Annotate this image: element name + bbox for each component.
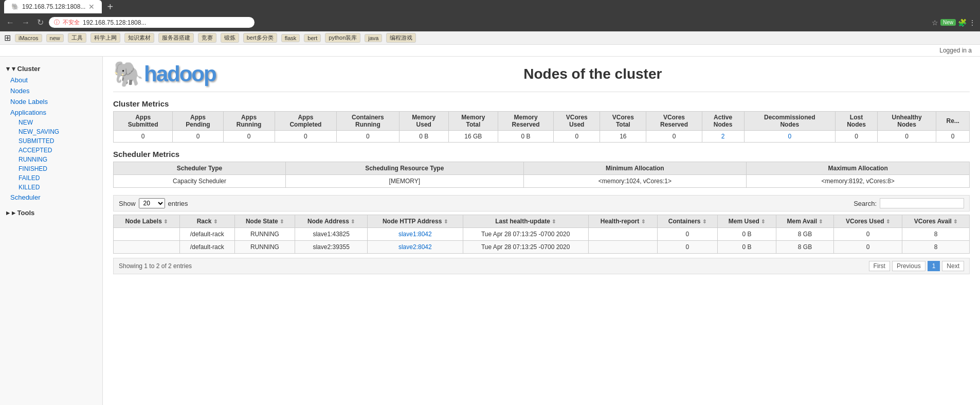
show-entries-select[interactable]: 20 50 100 <box>139 198 165 208</box>
cell-vcores-avail: 8 <box>902 228 969 241</box>
cell-rack: /default-rack <box>179 228 234 241</box>
sidebar-item-applications[interactable]: Applications <box>0 107 102 118</box>
hadoop-elephant-icon: 🐘 <box>113 62 144 86</box>
col-mem-avail[interactable]: Mem Avail ⇕ <box>776 215 834 228</box>
sidebar-item-new[interactable]: NEW <box>14 118 102 127</box>
top-bar: Logged in a <box>0 45 980 57</box>
logged-in-text: Logged in a <box>939 47 972 54</box>
sidebar-item-node-labels[interactable]: Node Labels <box>0 96 102 107</box>
sidebar-item-nodes[interactable]: Nodes <box>0 85 102 96</box>
sidebar-cluster-section: ▾ ▾ Cluster About Nodes Node Labels Appl… <box>0 63 102 203</box>
val-memory-used: 0 B <box>399 131 448 143</box>
bookmark-new[interactable]: new <box>46 34 64 42</box>
bookmark-imacros[interactable]: iMacros <box>15 34 42 42</box>
col-min-allocation: Minimum Allocation <box>523 162 747 175</box>
sidebar-item-about[interactable]: About <box>0 75 102 85</box>
sidebar-tools-header[interactable]: ▸ ▸ Tools <box>0 207 102 219</box>
bookmark-python[interactable]: python装库 <box>325 33 360 43</box>
col-last-health-update[interactable]: Last health-update ⇕ <box>463 215 588 228</box>
sidebar-item-accepted[interactable]: ACCEPTED <box>14 146 102 155</box>
col-rack[interactable]: Rack ⇕ <box>179 215 234 228</box>
pagination: First Previous 1 Next <box>869 261 964 271</box>
menu-icon[interactable]: ⋮ <box>969 19 976 27</box>
bookmark-java[interactable]: java <box>365 34 382 42</box>
cell-state: RUNNING <box>234 241 295 254</box>
bookmark-bert-classify[interactable]: bert多分类 <box>243 33 277 43</box>
apps-grid-icon[interactable]: ⊞ <box>4 33 11 43</box>
bookmark-tools[interactable]: 工具 <box>68 33 86 43</box>
cell-mem-avail: 8 GB <box>776 241 834 254</box>
bookmark-keji[interactable]: 科学上网 <box>90 33 120 43</box>
col-node-address[interactable]: Node Address ⇕ <box>295 215 368 228</box>
cell-address: slave2:39355 <box>295 241 368 254</box>
col-memory-used: MemoryUsed <box>399 112 448 131</box>
bookmark-games[interactable]: 编程游戏 <box>386 33 416 43</box>
hadoop-logo-text: hadoop <box>144 62 216 86</box>
sidebar-item-submitted[interactable]: SUBMITTED <box>14 136 102 146</box>
sidebar-item-running[interactable]: RUNNING <box>14 155 102 164</box>
new-tab-button[interactable]: + <box>103 1 117 13</box>
cell-containers: 0 <box>657 228 717 241</box>
col-containers[interactable]: Containers ⇕ <box>657 215 717 228</box>
val-lost-nodes: 0 <box>836 131 878 143</box>
col-mem-used[interactable]: Mem Used ⇕ <box>718 215 776 228</box>
url-bar[interactable]: ⓘ 不安全 192.168.75.128:1808... <box>49 17 255 28</box>
bookmark-star-icon[interactable]: ☆ <box>932 19 938 27</box>
val-unhealthy-nodes: 0 <box>877 131 936 143</box>
browser-chrome: ← → ↻ ⓘ 不安全 192.168.75.128:1808... ☆ New… <box>0 13 980 31</box>
col-node-state[interactable]: Node State ⇕ <box>234 215 295 228</box>
sidebar-cluster-header[interactable]: ▾ ▾ Cluster <box>0 63 102 75</box>
cell-vcores-used: 0 <box>834 228 902 241</box>
cell-last-health: Tue Apr 28 07:13:25 -0700 2020 <box>463 241 588 254</box>
browser-tab-active[interactable]: 🐘 192.168.75.128:1808... ✕ <box>4 0 102 13</box>
forward-button[interactable]: → <box>20 17 32 28</box>
cell-http-address[interactable]: slave2:8042 <box>368 241 463 254</box>
col-node-http-address[interactable]: Node HTTP Address ⇕ <box>368 215 463 228</box>
col-node-labels[interactable]: Node Labels ⇕ <box>114 215 180 228</box>
url-text: 192.168.75.128:1808... <box>83 19 146 26</box>
back-button[interactable]: ← <box>4 17 16 28</box>
tab-close-icon[interactable]: ✕ <box>88 3 95 11</box>
col-active-nodes: ActiveNodes <box>702 112 744 131</box>
val-active-nodes[interactable]: 2 <box>702 131 744 143</box>
pagination-first[interactable]: First <box>869 261 890 271</box>
val-memory-reserved: 0 B <box>498 131 553 143</box>
extensions-icon[interactable]: 🧩 <box>958 19 967 27</box>
sidebar-item-scheduler[interactable]: Scheduler <box>0 192 102 203</box>
val-vcores-reserved: 0 <box>646 131 702 143</box>
sidebar-item-new-saving[interactable]: NEW_SAVING <box>14 127 102 136</box>
decommissioned-nodes-link: 0 <box>788 133 791 140</box>
sidebar-item-finished[interactable]: FINISHED <box>14 164 102 173</box>
col-vcores-used[interactable]: VCores Used ⇕ <box>834 215 902 228</box>
cell-mem-used: 0 B <box>718 241 776 254</box>
sidebar-item-failed[interactable]: FAILED <box>14 173 102 183</box>
col-unhealthy-nodes: UnhealthyNodes <box>877 112 936 131</box>
node-http-link: slave2:8042 <box>398 243 432 251</box>
cell-mem-used: 0 B <box>718 228 776 241</box>
pagination-1[interactable]: 1 <box>928 261 940 271</box>
new-badge[interactable]: New <box>940 19 956 26</box>
nodes-table: Node Labels ⇕ Rack ⇕ Node State ⇕ Node A… <box>113 215 970 254</box>
bookmark-flask[interactable]: flask <box>281 34 300 42</box>
val-decommissioned-nodes[interactable]: 0 <box>744 131 835 143</box>
sidebar-item-killed[interactable]: KILLED <box>14 183 102 192</box>
cell-http-address[interactable]: slave1:8042 <box>368 228 463 241</box>
col-vcores-reserved: VCoresReserved <box>646 112 702 131</box>
col-max-allocation: Maximum Allocation <box>747 162 970 175</box>
bookmark-jingsai[interactable]: 竞赛 <box>198 33 216 43</box>
bookmark-bert[interactable]: bert <box>304 34 321 42</box>
reload-button[interactable]: ↻ <box>35 16 46 28</box>
entries-label: entries <box>168 200 188 207</box>
col-containers-running: ContainersRunning <box>337 112 400 131</box>
val-apps-submitted: 0 <box>114 131 173 143</box>
col-health-report[interactable]: Health-report ⇕ <box>588 215 657 228</box>
col-vcores-avail[interactable]: VCores Avail ⇕ <box>902 215 969 228</box>
search-input[interactable] <box>880 198 964 208</box>
bookmark-zhishi[interactable]: 知识素材 <box>124 33 154 43</box>
pagination-next[interactable]: Next <box>942 261 964 271</box>
bookmark-fuwuqi[interactable]: 服务器搭建 <box>158 33 194 43</box>
val-apps-completed: 0 <box>275 131 337 143</box>
pagination-previous[interactable]: Previous <box>892 261 925 271</box>
table-footer: Showing 1 to 2 of 2 entries First Previo… <box>113 258 970 274</box>
bookmark-duanlian[interactable]: 锻炼 <box>221 33 239 43</box>
